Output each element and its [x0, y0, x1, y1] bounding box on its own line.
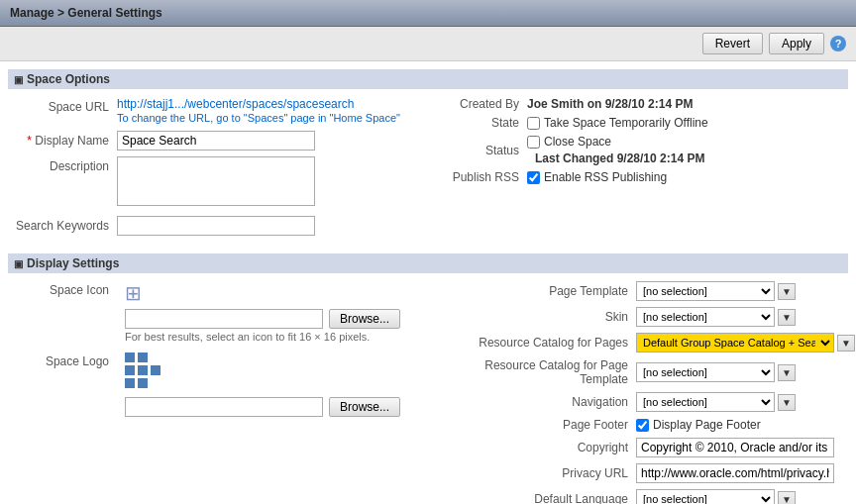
space-icon-hint: For best results, select an icon to fit …	[125, 331, 418, 343]
page-footer-row: Page Footer Display Page Footer	[438, 418, 848, 432]
page-footer-checkbox[interactable]	[636, 419, 649, 432]
privacy-url-row: Privacy URL	[438, 463, 848, 483]
svg-rect-4	[151, 365, 160, 375]
space-logo-browse-button[interactable]: Browse...	[329, 397, 400, 417]
display-settings-title: Display Settings	[27, 256, 119, 270]
space-url-note: To change the URL, go to "Spaces" page i…	[117, 112, 400, 124]
created-by-label: Created By	[438, 97, 527, 111]
space-options-body: Space URL http://stajj1.../webcenter/spa…	[8, 97, 848, 242]
search-keywords-input[interactable]	[117, 216, 315, 236]
main-content: ▣ Space Options Space URL http://stajj1.…	[0, 61, 856, 504]
title-bar: Manage > General Settings	[0, 0, 856, 27]
breadcrumb: Manage > General Settings	[10, 6, 162, 20]
space-icon-symbol: ⊞	[125, 282, 142, 304]
page-template-select[interactable]: [no selection]	[636, 281, 775, 301]
resource-catalog-template-row: Resource Catalog for Page Template [no s…	[438, 358, 848, 386]
privacy-url-input[interactable]	[636, 463, 834, 483]
space-icon-label: Space Icon	[50, 283, 109, 297]
publish-rss-checkbox-group: Enable RSS Publishing	[527, 170, 667, 184]
page-footer-checkbox-group: Display Page Footer	[636, 418, 761, 432]
publish-rss-label: Publish RSS	[438, 170, 527, 184]
resource-catalog-template-extra-arrow[interactable]: ▼	[778, 364, 796, 381]
display-settings-header: ▣ Display Settings	[8, 253, 848, 273]
svg-rect-1	[138, 353, 148, 362]
resource-catalog-template-select[interactable]: [no selection]	[636, 362, 775, 382]
default-language-row: Default Language [no selection] ▼	[438, 489, 848, 504]
resource-catalog-pages-select[interactable]: Default Group Space Catalog + Search	[636, 333, 834, 353]
space-url-value-group: http://stajj1.../webcenter/spaces/spaces…	[117, 97, 400, 125]
space-logo-path-input[interactable]	[125, 397, 323, 417]
space-icon-browse-button[interactable]: Browse...	[329, 309, 400, 329]
created-by-value: Joe Smith on 9/28/10 2:14 PM	[527, 97, 693, 111]
space-logo-label-col: Space Logo	[8, 353, 117, 368]
last-changed-text: Last Changed 9/28/10 2:14 PM	[535, 151, 704, 165]
resource-catalog-template-dropdown-group: [no selection] ▼	[636, 362, 796, 382]
revert-button[interactable]: Revert	[702, 33, 763, 54]
display-settings-body: Space Icon ⊞ Browse... For best results,…	[8, 281, 848, 504]
space-logo-content: Browse...	[125, 353, 418, 417]
resource-catalog-pages-extra-arrow[interactable]: ▼	[837, 335, 855, 352]
space-icon-group: Space Icon ⊞ Browse... For best results,…	[8, 281, 418, 343]
toolbar: Revert Apply ?	[0, 27, 856, 61]
page-template-extra-arrow[interactable]: ▼	[778, 283, 796, 300]
page-template-label: Page Template	[438, 284, 636, 298]
skin-label: Skin	[438, 310, 636, 324]
state-checkbox[interactable]	[527, 117, 540, 130]
status-row: Status Close Space Last Changed 9/28/10 …	[438, 135, 848, 165]
status-checkbox-label: Close Space	[544, 135, 611, 149]
svg-rect-0	[125, 353, 135, 362]
navigation-extra-arrow[interactable]: ▼	[778, 394, 796, 411]
resource-catalog-pages-row: Resource Catalog for Pages Default Group…	[438, 333, 848, 353]
copyright-label: Copyright	[438, 441, 636, 454]
default-language-dropdown-group: [no selection] ▼	[636, 489, 796, 504]
default-language-select[interactable]: [no selection]	[636, 489, 775, 504]
default-language-label: Default Language	[438, 492, 636, 504]
default-language-extra-arrow[interactable]: ▼	[778, 491, 796, 505]
svg-rect-5	[125, 378, 135, 388]
page-footer-checkbox-label: Display Page Footer	[653, 418, 761, 432]
space-options-header: ▣ Space Options	[8, 69, 848, 89]
navigation-dropdown-group: [no selection] ▼	[636, 392, 796, 412]
created-by-row: Created By Joe Smith on 9/28/10 2:14 PM	[438, 97, 848, 111]
svg-rect-2	[125, 365, 135, 375]
space-options-left: Space URL http://stajj1.../webcenter/spa…	[8, 97, 428, 242]
status-label: Status	[438, 144, 527, 157]
space-logo-svg	[125, 353, 160, 388]
space-url-label: Space URL	[8, 97, 117, 114]
space-icon-browse-row: Browse...	[125, 309, 418, 329]
navigation-select[interactable]: [no selection]	[636, 392, 775, 412]
display-name-input[interactable]	[117, 131, 315, 151]
navigation-row: Navigation [no selection] ▼	[438, 392, 848, 412]
resource-catalog-pages-dropdown-group: Default Group Space Catalog + Search ▼	[636, 333, 855, 353]
display-section-collapse-icon[interactable]: ▣	[14, 258, 23, 269]
status-checkbox[interactable]	[527, 136, 540, 149]
space-logo-group: Space Logo	[8, 353, 418, 417]
description-input[interactable]	[117, 156, 315, 206]
resource-catalog-template-label: Resource Catalog for Page Template	[438, 358, 636, 386]
space-options-title: Space Options	[27, 72, 110, 86]
svg-rect-6	[138, 378, 148, 388]
copyright-row: Copyright	[438, 438, 848, 457]
page-template-row: Page Template [no selection] ▼	[438, 281, 848, 301]
space-options-right: Created By Joe Smith on 9/28/10 2:14 PM …	[428, 97, 848, 242]
skin-row: Skin [no selection] ▼	[438, 307, 848, 327]
skin-dropdown-group: [no selection] ▼	[636, 307, 796, 327]
space-logo-browse-row: Browse...	[125, 397, 418, 417]
description-row: Description	[8, 156, 408, 206]
space-icon-content: ⊞ Browse... For best results, select an …	[125, 281, 418, 343]
apply-button[interactable]: Apply	[769, 33, 824, 54]
state-checkbox-group: Take Space Temporarily Offline	[527, 116, 708, 130]
copyright-input[interactable]	[636, 438, 834, 457]
space-url-link[interactable]: http://stajj1.../webcenter/spaces/spaces…	[117, 97, 354, 111]
display-name-row: Display Name	[8, 131, 408, 151]
publish-rss-row: Publish RSS Enable RSS Publishing	[438, 170, 848, 184]
section-collapse-icon[interactable]: ▣	[14, 74, 23, 85]
publish-rss-checkbox[interactable]	[527, 171, 540, 184]
state-label: State	[438, 116, 527, 130]
help-icon[interactable]: ?	[830, 36, 846, 51]
display-left: Space Icon ⊞ Browse... For best results,…	[8, 281, 428, 504]
skin-extra-arrow[interactable]: ▼	[778, 309, 796, 326]
space-icon-path-input[interactable]	[125, 309, 323, 329]
skin-select[interactable]: [no selection]	[636, 307, 775, 327]
publish-rss-checkbox-label: Enable RSS Publishing	[544, 170, 667, 184]
